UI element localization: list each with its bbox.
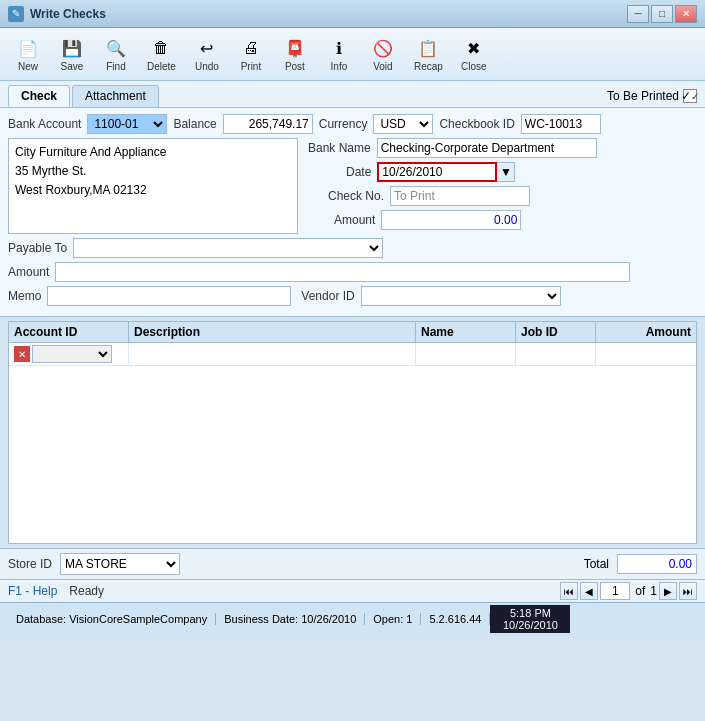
maximize-button[interactable]: □	[651, 5, 673, 23]
save-icon: 💾	[60, 36, 84, 60]
balance-input[interactable]	[223, 114, 313, 134]
to-be-printed-label: To Be Printed	[607, 89, 679, 103]
void-icon: 🚫	[371, 36, 395, 60]
clock-display: 5:18 PM 10/26/2010	[490, 605, 570, 633]
close-label: Close	[461, 61, 487, 72]
find-icon: 🔍	[104, 36, 128, 60]
clock-date: 10/26/2010	[496, 619, 564, 631]
date-row: Date ▼	[308, 162, 697, 182]
check-no-input[interactable]	[390, 186, 530, 206]
memo-vendor-row: Memo Vendor ID	[8, 286, 697, 306]
tab-check[interactable]: Check	[8, 85, 70, 107]
account-id-select[interactable]	[32, 345, 112, 363]
amount-vendor-row: Amount	[8, 262, 697, 282]
print-label: Print	[241, 61, 262, 72]
tab-area: Check Attachment To Be Printed ✓	[0, 81, 705, 108]
col-header-name: Name	[416, 322, 516, 342]
memo-input[interactable]	[47, 286, 291, 306]
nav-page-total: 1	[650, 584, 657, 598]
bank-name-label: Bank Name	[308, 141, 371, 155]
minimize-button[interactable]: ─	[627, 5, 649, 23]
help-link[interactable]: F1 - Help	[8, 584, 57, 598]
new-button[interactable]: 📄 New	[8, 32, 48, 76]
grid-body: ✕	[9, 343, 696, 543]
amount-text-label: Amount	[8, 265, 49, 279]
post-label: Post	[285, 61, 305, 72]
print-button[interactable]: 🖨 Print	[231, 32, 271, 76]
date-label: Date	[346, 165, 371, 179]
tab-attachment[interactable]: Attachment	[72, 85, 159, 107]
info-button[interactable]: ℹ Info	[319, 32, 359, 76]
find-button[interactable]: 🔍 Find	[96, 32, 136, 76]
balance-label: Balance	[173, 117, 216, 131]
recap-button[interactable]: 📋 Recap	[407, 32, 450, 76]
address-bankname-row: City Furniture And Appliance 35 Myrthe S…	[8, 138, 697, 234]
nav-first-button[interactable]: ⏮	[560, 582, 578, 600]
total-label: Total	[584, 557, 609, 571]
bank-row: Bank Account 1100-01 Balance Currency US…	[8, 114, 697, 134]
col-header-job-id: Job ID	[516, 322, 596, 342]
vendor-id-select[interactable]	[361, 286, 561, 306]
check-no-row: Check No.	[308, 186, 697, 206]
database-info: Database: VisionCoreSampleCompany	[8, 613, 216, 625]
close-window-button[interactable]: ✕	[675, 5, 697, 23]
amount-text-input[interactable]	[55, 262, 630, 282]
col-header-amount: Amount	[596, 322, 696, 342]
row-delete-button[interactable]: ✕	[14, 346, 30, 362]
table-row: ✕	[9, 343, 696, 366]
amount-right-label: Amount	[334, 213, 375, 227]
status-text: Ready	[69, 584, 104, 598]
status-bar: Database: VisionCoreSampleCompany Busine…	[0, 602, 705, 635]
close-icon: ✖	[462, 36, 486, 60]
nav-prev-button[interactable]: ◀	[580, 582, 598, 600]
checkbook-id-input[interactable]	[521, 114, 601, 134]
date-input[interactable]	[377, 162, 497, 182]
window-title: Write Checks	[30, 7, 627, 21]
form-area: Bank Account 1100-01 Balance Currency US…	[0, 108, 705, 317]
amount-right-input[interactable]	[381, 210, 521, 230]
undo-button[interactable]: ↩ Undo	[187, 32, 227, 76]
bank-name-input[interactable]	[377, 138, 597, 158]
business-date-info: Business Date: 10/26/2010	[216, 613, 365, 625]
payable-to-label: Payable To	[8, 241, 67, 255]
save-button[interactable]: 💾 Save	[52, 32, 92, 76]
payable-to-row: Payable To	[8, 238, 697, 258]
description-cell[interactable]	[129, 343, 416, 365]
app-icon: ✎	[8, 6, 24, 22]
address-line-3: West Roxbury,MA 02132	[15, 181, 291, 200]
nav-last-button[interactable]: ⏭	[679, 582, 697, 600]
nav-bar: F1 - Help Ready ⏮ ◀ of 1 ▶ ⏭	[0, 579, 705, 602]
new-icon: 📄	[16, 36, 40, 60]
store-id-label: Store ID	[8, 557, 52, 571]
name-cell[interactable]	[416, 343, 516, 365]
amount-cell[interactable]	[596, 343, 696, 365]
bank-account-select[interactable]: 1100-01	[87, 114, 167, 134]
to-be-printed-checkbox[interactable]: ✓	[683, 89, 697, 103]
payable-to-select[interactable]	[73, 238, 383, 258]
nav-page-of: of	[632, 584, 648, 598]
clock-time: 5:18 PM	[496, 607, 564, 619]
print-icon: 🖨	[239, 36, 263, 60]
currency-select[interactable]: USD	[373, 114, 433, 134]
close-button[interactable]: ✖ Close	[454, 32, 494, 76]
delete-icon: 🗑	[149, 36, 173, 60]
job-id-cell[interactable]	[516, 343, 596, 365]
info-label: Info	[331, 61, 348, 72]
address-line-1: City Furniture And Appliance	[15, 143, 291, 162]
right-form-section: Bank Name Date ▼ Check No. Amount	[308, 138, 697, 234]
nav-page-input[interactable]	[600, 582, 630, 600]
col-header-description: Description	[129, 322, 416, 342]
total-value: 0.00	[617, 554, 697, 574]
title-bar: ✎ Write Checks ─ □ ✕	[0, 0, 705, 28]
checkbook-id-label: Checkbook ID	[439, 117, 514, 131]
amount-right-row: Amount	[308, 210, 697, 230]
toolbar: 📄 New 💾 Save 🔍 Find 🗑 Delete ↩ Undo 🖨 Pr…	[0, 28, 705, 81]
nav-next-button[interactable]: ▶	[659, 582, 677, 600]
date-picker-button[interactable]: ▼	[497, 162, 515, 182]
delete-button[interactable]: 🗑 Delete	[140, 32, 183, 76]
save-label: Save	[61, 61, 84, 72]
col-header-account-id: Account ID	[9, 322, 129, 342]
store-id-select[interactable]: MA STORE	[60, 553, 180, 575]
post-button[interactable]: 📮 Post	[275, 32, 315, 76]
void-button[interactable]: 🚫 Void	[363, 32, 403, 76]
